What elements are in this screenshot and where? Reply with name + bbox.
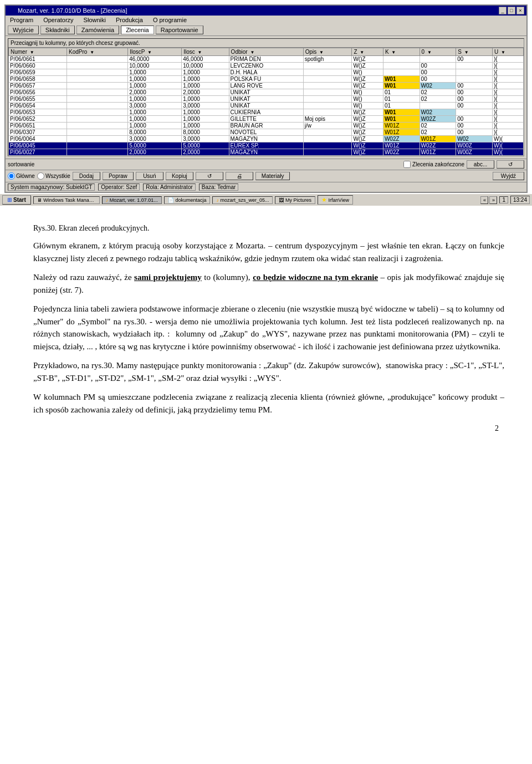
col-header-z[interactable]: Z ▼ — [352, 48, 383, 56]
wyjdz-button[interactable]: Wyjdź — [493, 172, 524, 180]
table-row[interactable]: P/06/06521,00001,0000GILLETTEMoj opisW()… — [9, 116, 524, 123]
table-row[interactable]: P/06/06571,00001,0000LANG ROVEW()ZW01W02… — [9, 83, 524, 89]
cell-opis: j/w — [303, 123, 352, 129]
cell-odbior: UNIKAT — [229, 89, 303, 96]
materialy-button[interactable]: Materiały — [255, 172, 290, 180]
col-header-kodpro[interactable]: KodPro ▼ — [67, 48, 128, 56]
zlecenia-checkbox[interactable] — [403, 161, 411, 168]
cell-k: W02Z — [383, 136, 420, 142]
cell-u: ){ — [493, 83, 524, 89]
menu-produkcja[interactable]: Produkcja — [114, 16, 145, 24]
table-row[interactable]: P/06/06543,00003,0000UNIKATW()0100){ — [9, 103, 524, 109]
cell-ilosc: 46,0000 — [182, 56, 229, 63]
cell-col0: 02 — [420, 96, 456, 103]
taskbar-item-mozart[interactable]: ♪ Mozart, ver. 1.07.01... — [102, 196, 162, 204]
cell-ilosc: 3,0000 — [182, 103, 229, 109]
windows-icon: ⊞ — [7, 197, 12, 203]
col-header-ilosc[interactable]: Ilosc ▼ — [182, 48, 229, 56]
tab-raportowanie[interactable]: Raportowanie — [156, 26, 203, 34]
table-row[interactable]: P/06/06551,00001,0000UNIKATW()010200){ — [9, 96, 524, 103]
kopiuj-button[interactable]: Kopiuj — [166, 172, 193, 180]
radio-glowne-input[interactable] — [8, 172, 15, 180]
abc-button[interactable]: abc... — [467, 160, 494, 169]
start-button[interactable]: ⊞ Start — [2, 195, 31, 205]
sort-bar-right: Zlecenia zakończone abc... ↺ — [403, 160, 524, 169]
refresh-icon-button[interactable]: ↺ — [497, 160, 524, 169]
cell-col0: W02Z — [420, 116, 456, 123]
col-header-iloscp[interactable]: IloscP ▼ — [128, 48, 182, 56]
radio-wszystkie: Wszystkie — [37, 172, 70, 180]
refresh-button[interactable]: ↺ — [196, 172, 223, 180]
cell-z: W()Z — [352, 76, 383, 83]
minimize-button[interactable]: _ — [499, 7, 507, 14]
usun-button[interactable]: Usuń — [136, 172, 163, 180]
cell-u: ){ — [493, 89, 524, 96]
document-area: Rys.30. Ekran zleceń produkcyjnych. Głów… — [0, 206, 532, 451]
irfan-icon: ★ — [321, 196, 327, 203]
cell-col0: 00 — [420, 76, 456, 83]
table-row[interactable]: P/06/06511,00001,0000BRAUN AGRj/wW()ZW01… — [9, 123, 524, 129]
cell-kodpro — [67, 136, 128, 142]
table-row[interactable]: P/06/06591,00001,0000D.H. HALAW()00){ — [9, 69, 524, 76]
taskbar-item-irfanview[interactable]: ★ IrfanView — [318, 195, 353, 205]
table-row[interactable]: P/06/00455,00005,0000EUREX SP.W()ZW01ZW0… — [9, 142, 524, 149]
print-button[interactable]: 🖨 — [226, 172, 253, 180]
nav-next-button[interactable]: » — [489, 196, 497, 204]
taskbar-item-pictures[interactable]: 🖼 My Pictures — [275, 196, 315, 204]
cell-col0: 00 — [420, 63, 456, 69]
menu-operatorzy[interactable]: Operatorzy — [41, 16, 75, 24]
table-row[interactable]: P/06/066146,000046,0000PRIMA DENspotligh… — [9, 56, 524, 63]
nav-prev-button[interactable]: « — [480, 196, 488, 204]
cell-numer: P/06/0660 — [9, 63, 67, 69]
status-baza: Baza: Tedmar — [199, 184, 239, 191]
close-button[interactable]: × — [516, 7, 524, 14]
cell-u: ){ — [493, 96, 524, 103]
cell-k: W01 — [383, 83, 420, 89]
cell-s — [456, 76, 493, 83]
cell-u: ){ — [493, 69, 524, 76]
table-row[interactable]: P/06/06531,00001,0000CUKIERNIAW()ZW01W02… — [9, 109, 524, 116]
table-row[interactable]: P/06/00272,00002,0000MAGAZYNW()ZW02ZW01Z… — [9, 149, 524, 156]
taskbar-item-task-manager[interactable]: 🖥 Windows Task Manager — [33, 196, 100, 204]
tab-wyjscie[interactable]: Wyjście — [8, 26, 39, 34]
tab-skladniki[interactable]: Składniki — [40, 26, 75, 34]
radio-wszystkie-input[interactable] — [37, 172, 44, 180]
table-row[interactable]: P/06/066010,000010,0000LEVCZENКОW()Z00){ — [9, 63, 524, 69]
col-header-numer[interactable]: Numer ▼ — [9, 48, 67, 56]
cell-s: 00 — [456, 56, 493, 63]
cell-ilosc: 1,0000 — [182, 123, 229, 129]
menu-slowniki[interactable]: Słowniki — [81, 16, 108, 24]
tab-zamowienia[interactable]: Zamówienia — [76, 26, 119, 34]
table-row[interactable]: P/06/03078,00008,0000NOVOTELW()ZW01Z0200… — [9, 129, 524, 136]
cell-z: W() — [352, 96, 383, 103]
dodaj-button[interactable]: Dodaj — [73, 172, 100, 180]
maximize-button[interactable]: □ — [508, 7, 515, 14]
table-row[interactable]: P/06/06581,00001,0000POLSKA FUW()ZW0100)… — [9, 76, 524, 83]
menu-oprogramie[interactable]: O programie — [151, 16, 189, 24]
taskbar-item-mozart-szs[interactable]: ♪ mozart_szs_wer_05... — [212, 196, 273, 204]
cell-z: W()Z — [352, 63, 383, 69]
bottom-sort-bar: sortowanie Zlecenia zakończone abc... ↺ — [6, 159, 526, 170]
tab-zlecenia[interactable]: Zlecenia — [121, 26, 154, 34]
table-row[interactable]: P/06/00643,00003,0000MAGAZYNW()ZW02ZW01Z… — [9, 136, 524, 142]
cell-z: W()Z — [352, 136, 383, 142]
col-header-opis[interactable]: Opis ▼ — [303, 48, 352, 56]
col-header-s[interactable]: S ▼ — [456, 48, 493, 56]
menu-program[interactable]: Program — [8, 16, 35, 24]
col-header-odbior[interactable]: Odbior ▼ — [229, 48, 303, 56]
cell-odbior: D.H. HALA — [229, 69, 303, 76]
col-header-0[interactable]: 0 ▼ — [420, 48, 456, 56]
cell-u: ){ — [493, 129, 524, 136]
taskbar-item-label-4: My Pictures — [285, 197, 311, 203]
cell-odbior: MAGAZYN — [229, 136, 303, 142]
col-header-k[interactable]: K ▼ — [383, 48, 420, 56]
table-row[interactable]: P/06/06562,00002,0000UNIKATW()010200){ — [9, 89, 524, 96]
cell-numer: P/06/0657 — [9, 83, 67, 89]
doc-para-3: Pojedyncza linia tabeli zawiera podstawo… — [33, 303, 504, 353]
popraw-button[interactable]: Popraw — [103, 172, 134, 180]
taskbar-item-dokumentacja[interactable]: 📄 dokumentacja — [164, 196, 211, 204]
col-header-u[interactable]: U ▼ — [493, 48, 524, 56]
zlecenia-label: Zlecenia zakończone — [412, 161, 464, 167]
cell-opis — [303, 103, 352, 109]
cell-k: 01 — [383, 103, 420, 109]
